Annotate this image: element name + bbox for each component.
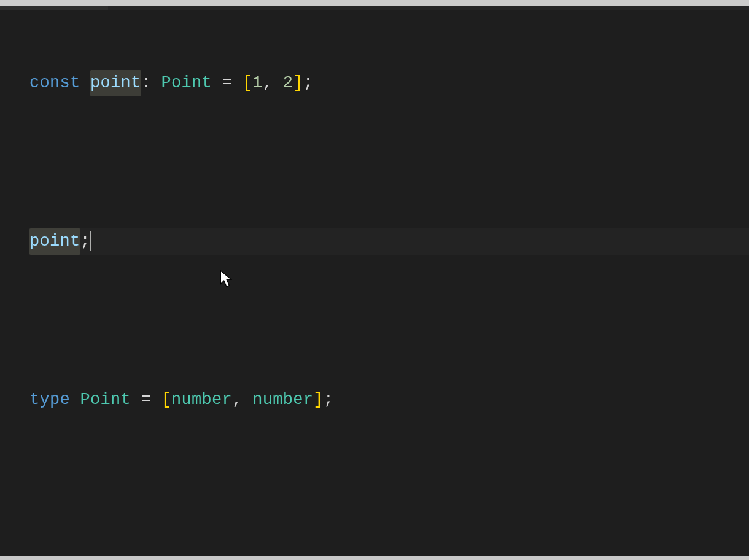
space bbox=[232, 70, 243, 96]
type-annotation: Point bbox=[161, 70, 212, 96]
space bbox=[131, 387, 141, 413]
variable-point: point bbox=[90, 70, 141, 96]
space bbox=[70, 387, 80, 413]
space bbox=[151, 387, 161, 413]
space bbox=[80, 70, 91, 96]
code-editor[interactable]: const point: Point = [1, 2]; point; type… bbox=[0, 10, 749, 556]
semicolon: ; bbox=[303, 70, 314, 96]
bracket-close: ] bbox=[293, 70, 303, 96]
window-bottom-strip bbox=[0, 556, 749, 560]
bracket-open: [ bbox=[243, 70, 253, 96]
code-line-current[interactable]: point; bbox=[29, 228, 749, 255]
keyword-const: const bbox=[29, 70, 80, 96]
number-literal: 1 bbox=[252, 70, 263, 96]
bracket-open: [ bbox=[161, 387, 172, 413]
space bbox=[212, 70, 222, 96]
code-line-empty[interactable] bbox=[29, 308, 749, 334]
semicolon: ; bbox=[324, 387, 334, 413]
mouse-pointer-icon bbox=[220, 270, 233, 289]
primitive-type: number bbox=[171, 387, 232, 413]
colon: : bbox=[141, 70, 152, 96]
space bbox=[243, 387, 253, 413]
code-line-empty[interactable] bbox=[29, 149, 749, 176]
primitive-type: number bbox=[252, 387, 313, 413]
variable-point: point bbox=[29, 228, 80, 255]
equals: = bbox=[141, 387, 152, 413]
bracket-close: ] bbox=[313, 387, 324, 413]
code-line[interactable]: const point: Point = [1, 2]; bbox=[29, 70, 749, 96]
code-line[interactable]: type Point = [number, number]; bbox=[29, 387, 749, 413]
comma: , bbox=[232, 387, 243, 413]
keyword-type: type bbox=[29, 387, 70, 413]
semicolon: ; bbox=[80, 228, 91, 255]
type-name: Point bbox=[80, 387, 131, 413]
window-titlebar bbox=[0, 0, 749, 6]
space bbox=[151, 70, 161, 96]
space bbox=[273, 70, 283, 96]
text-cursor bbox=[90, 231, 91, 251]
equals: = bbox=[222, 70, 233, 96]
number-literal: 2 bbox=[283, 70, 293, 96]
comma: , bbox=[263, 70, 273, 96]
